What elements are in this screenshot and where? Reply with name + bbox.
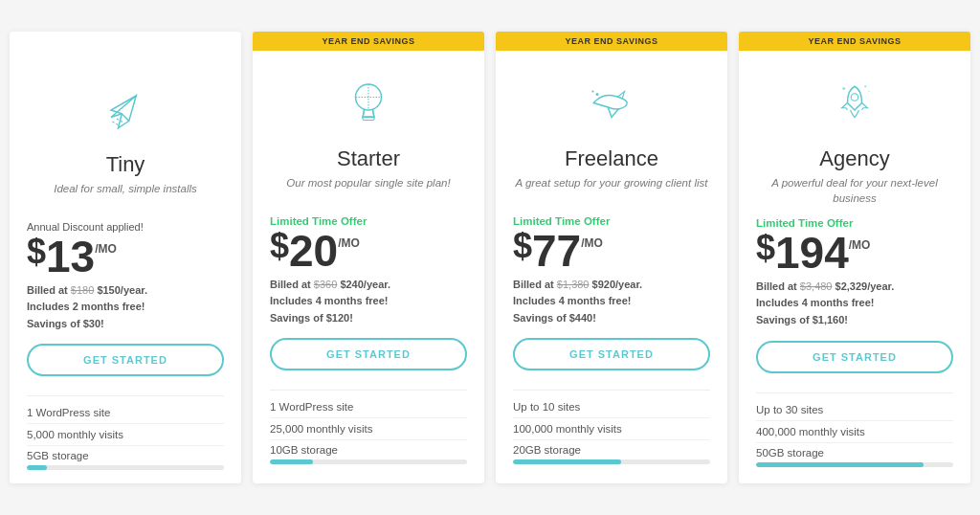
billing-info-tiny: Billed at $180 $150/year. Includes 2 mon… [27,282,224,333]
svg-point-13 [868,90,870,92]
storage-label-starter: 10GB storage [270,440,467,456]
plan-name-tiny: Tiny [27,152,224,177]
price-row-agency: $ 194 /MO [756,231,953,275]
divider-freelance [513,390,710,391]
billing-info-agency: Billed at $3,480 $2,329/year. Includes 4… [756,279,953,329]
svg-rect-5 [363,116,374,120]
svg-point-8 [596,93,599,96]
icon-starter [270,70,467,139]
get-started-btn-agency[interactable]: GET STARTED [756,341,953,373]
sites-starter: 1 WordPress site [270,396,467,418]
price-per-freelance: /MO [581,236,603,250]
sites-freelance: Up to 10 sites [513,396,710,418]
price-per-tiny: /MO [95,242,117,256]
price-row-freelance: $ 77 /MO [513,229,710,273]
progress-bar-fill-agency [756,462,924,467]
plan-name-starter: Starter [270,146,467,171]
plan-desc-freelance: A great setup for your growing client li… [513,175,710,204]
get-started-btn-starter[interactable]: GET STARTED [270,338,467,370]
progress-bar-fill-starter [270,459,313,464]
icon-freelance [513,70,710,139]
offer-label-freelance: Limited Time Offer [513,215,710,227]
plan-card-tiny: Tiny Ideal for small, simple installs An… [10,32,241,484]
storage-label-freelance: 20GB storage [513,440,710,456]
offer-label-tiny: Annual Discount applied! [27,221,224,233]
progress-bar-bg-freelance [513,459,710,464]
get-started-btn-freelance[interactable]: GET STARTED [513,338,710,370]
price-dollar-freelance: $ [513,229,532,263]
progress-bar-bg-starter [270,459,467,464]
icon-tiny [27,76,224,145]
progress-bar-bg-agency [756,462,953,467]
progress-bar-bg-tiny [27,465,224,470]
price-number-starter: 20 [289,229,338,273]
billing-info-starter: Billed at $360 $240/year. Includes 4 mon… [270,277,467,327]
storage-label-tiny: 5GB storage [27,446,224,461]
plan-desc-agency: A powerful deal for your next-level busi… [756,175,953,206]
badge-agency: YEAR END SAVINGS [739,32,970,51]
price-row-tiny: $ 13 /MO [27,235,224,279]
divider-agency [756,392,953,393]
get-started-btn-tiny[interactable]: GET STARTED [27,344,224,376]
price-dollar-starter: $ [270,229,289,263]
plan-card-freelance: YEAR END SAVINGS Freelance A great setup… [496,32,727,484]
divider-tiny [27,395,224,396]
badge-placeholder-tiny [10,32,241,56]
price-number-agency: 194 [775,231,849,275]
plan-card-agency: YEAR END SAVINGS Agency A powerful deal … [739,32,970,484]
price-per-agency: /MO [849,238,871,252]
price-per-starter: /MO [338,236,360,250]
plan-name-agency: Agency [756,146,953,171]
price-dollar-tiny: $ [27,235,46,269]
svg-point-12 [864,85,866,87]
pricing-grid: Tiny Ideal for small, simple installs An… [10,32,970,484]
billing-old-tiny: $180 [71,284,94,296]
plan-desc-tiny: Ideal for small, simple installs [27,181,224,210]
price-number-freelance: 77 [532,229,581,273]
storage-label-agency: 50GB storage [756,443,953,459]
icon-agency [756,70,953,139]
plan-name-freelance: Freelance [513,146,710,171]
billing-info-freelance: Billed at $1,380 $920/year. Includes 4 m… [513,277,710,327]
svg-point-11 [842,87,845,90]
billing-old-agency: $3,480 [800,280,833,292]
progress-bar-fill-freelance [513,459,621,464]
offer-label-starter: Limited Time Offer [270,215,467,227]
sites-agency: Up to 30 sites [756,399,953,421]
billing-old-freelance: $1,380 [557,279,590,290]
badge-starter: YEAR END SAVINGS [253,32,484,51]
badge-freelance: YEAR END SAVINGS [496,32,727,51]
divider-starter [270,390,467,391]
visits-tiny: 5,000 monthly visits [27,424,224,446]
visits-starter: 25,000 monthly visits [270,418,467,440]
price-dollar-agency: $ [756,231,775,265]
price-row-starter: $ 20 /MO [270,229,467,273]
visits-agency: 400,000 monthly visits [756,421,953,443]
svg-point-9 [591,90,593,92]
svg-point-10 [851,93,858,101]
billing-old-starter: $360 [314,279,337,290]
price-number-tiny: 13 [46,235,95,279]
sites-tiny: 1 WordPress site [27,402,224,424]
plan-desc-starter: Our most popular single site plan! [270,175,467,204]
progress-bar-fill-tiny [27,465,47,470]
offer-label-agency: Limited Time Offer [756,217,953,229]
plan-card-starter: YEAR END SAVINGS Starter Our most popula… [253,32,484,484]
visits-freelance: 100,000 monthly visits [513,418,710,440]
